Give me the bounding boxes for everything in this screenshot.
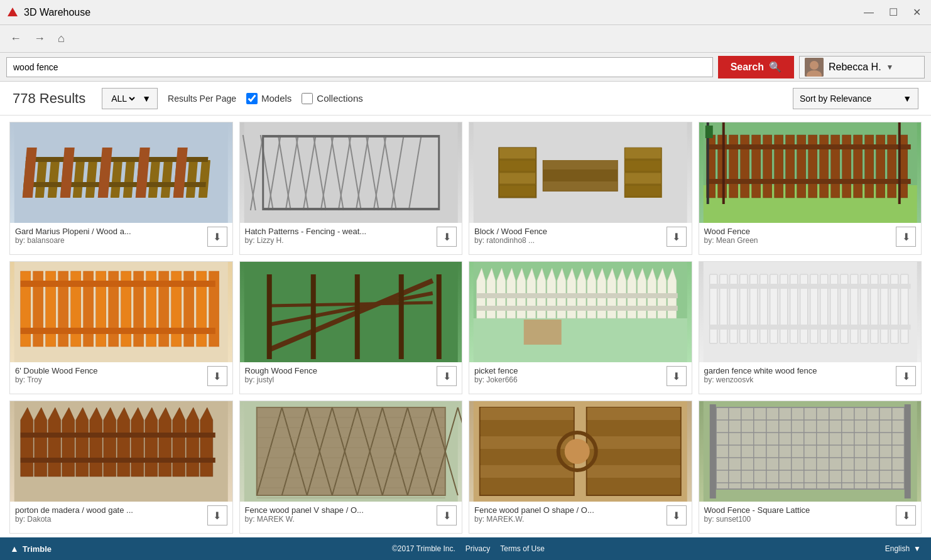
search-input[interactable] bbox=[6, 57, 713, 77]
svg-rect-48 bbox=[263, 135, 438, 137]
model-card[interactable]: Fence wood panel V shape / O... by: MARE… bbox=[239, 401, 463, 534]
svg-rect-225 bbox=[587, 422, 680, 434]
language-dropdown-arrow-icon: ▼ bbox=[913, 544, 921, 553]
sort-label: Sort by Relevance bbox=[800, 94, 898, 104]
card-info: Fence wood panel O shape / O... by: MARE… bbox=[474, 505, 667, 524]
card-author: by: Dakota bbox=[15, 515, 207, 524]
svg-marker-183 bbox=[187, 407, 199, 477]
svg-rect-93 bbox=[705, 126, 712, 138]
search-button[interactable]: Search 🔍 bbox=[718, 56, 794, 78]
forward-button[interactable]: → bbox=[30, 31, 49, 46]
download-button[interactable]: ⬇ bbox=[667, 505, 687, 525]
maximize-button[interactable]: ☐ bbox=[885, 5, 901, 19]
card-title: porton de madera / wood gate ... bbox=[15, 505, 172, 515]
download-button[interactable]: ⬇ bbox=[896, 366, 916, 386]
card-author: by: MAREK.W. bbox=[474, 515, 667, 524]
home-button[interactable]: ⌂ bbox=[54, 31, 68, 46]
model-card[interactable]: Wood Fence - Square Lattice by: sunset10… bbox=[699, 401, 922, 534]
model-card[interactable]: porton de madera / wood gate ... by: Dak… bbox=[9, 401, 233, 534]
download-button[interactable]: ⬇ bbox=[437, 366, 457, 386]
svg-rect-49 bbox=[263, 208, 438, 210]
card-info: garden fence white wood fence by: wenzoo… bbox=[704, 366, 896, 384]
privacy-link[interactable]: Privacy bbox=[466, 544, 490, 553]
card-author: by: balansoare bbox=[15, 236, 207, 245]
model-card[interactable]: picket fence by: Joker666 ⬇ bbox=[469, 261, 692, 394]
card-author: by: Joker666 bbox=[474, 375, 667, 384]
card-image bbox=[469, 262, 692, 362]
sort-dropdown[interactable]: Sort by Relevance ▼ bbox=[793, 88, 918, 109]
brand-name: Trimble bbox=[23, 544, 52, 554]
svg-rect-144 bbox=[477, 293, 678, 298]
card-footer: Hatch Patterns - Fencing - weat... by: L… bbox=[240, 223, 462, 254]
model-card[interactable]: Block / Wood Fence by: ratondinho8 ... ⬇ bbox=[469, 122, 692, 255]
download-icon: ⬇ bbox=[902, 231, 910, 243]
model-card[interactable]: Fence wood panel O shape / O... by: MARE… bbox=[469, 401, 692, 534]
terms-link[interactable]: Terms of Use bbox=[500, 544, 545, 553]
back-button[interactable]: ← bbox=[6, 31, 25, 46]
card-footer: 6' Double Wood Fence by: Troy ⬇ bbox=[10, 362, 232, 394]
svg-rect-169 bbox=[709, 325, 910, 330]
card-author: by: Mean Green bbox=[704, 236, 896, 245]
svg-point-231 bbox=[565, 439, 590, 464]
card-info: Gard Marius Plopeni / Wood a... by: bala… bbox=[15, 227, 207, 245]
svg-marker-0 bbox=[8, 8, 18, 16]
svg-marker-179 bbox=[131, 407, 144, 477]
card-title: Rough Wood Fence bbox=[245, 366, 402, 375]
download-button[interactable]: ⬇ bbox=[896, 505, 916, 525]
card-title: garden fence white wood fence bbox=[704, 366, 861, 375]
models-checkbox[interactable] bbox=[246, 93, 258, 104]
svg-rect-123 bbox=[474, 318, 687, 362]
model-card[interactable]: Wood Fence by: Mean Green ⬇ bbox=[699, 122, 922, 255]
svg-rect-119 bbox=[354, 274, 359, 359]
model-card[interactable]: garden fence white wood fence by: wenzoo… bbox=[699, 261, 922, 394]
svg-rect-257 bbox=[904, 404, 910, 498]
card-footer: Wood Fence by: Mean Green ⬇ bbox=[699, 223, 922, 254]
svg-rect-88 bbox=[706, 144, 910, 149]
card-image bbox=[10, 262, 232, 362]
download-button[interactable]: ⬇ bbox=[437, 227, 457, 247]
filter-all-select[interactable]: ALL bbox=[109, 93, 137, 104]
minimize-button[interactable]: — bbox=[860, 5, 878, 19]
card-image bbox=[240, 262, 462, 362]
svg-rect-226 bbox=[587, 436, 680, 449]
sort-dropdown-arrow-icon: ▼ bbox=[903, 94, 912, 104]
models-label: Models bbox=[261, 93, 291, 104]
svg-rect-117 bbox=[266, 274, 271, 359]
card-info: Hatch Patterns - Fencing - weat... by: L… bbox=[245, 227, 437, 245]
svg-rect-256 bbox=[709, 404, 716, 498]
svg-rect-60 bbox=[543, 160, 618, 170]
card-title: Block / Wood Fence bbox=[474, 227, 631, 236]
svg-rect-222 bbox=[481, 465, 574, 478]
close-button[interactable]: ✕ bbox=[909, 5, 925, 19]
card-info: Wood Fence - Square Lattice by: sunset10… bbox=[704, 505, 896, 524]
model-card[interactable]: Rough Wood Fence by: justyl ⬇ bbox=[239, 261, 463, 394]
card-info: Rough Wood Fence by: justyl bbox=[245, 366, 437, 384]
collections-checkbox[interactable] bbox=[302, 93, 313, 104]
footer-left: ▲ Trimble bbox=[10, 544, 52, 554]
download-button[interactable]: ⬇ bbox=[437, 505, 457, 525]
svg-marker-174 bbox=[62, 407, 75, 477]
user-area[interactable]: Rebecca H. ▼ bbox=[799, 56, 925, 78]
model-card[interactable]: Hatch Patterns - Fencing - weat... by: L… bbox=[239, 122, 463, 255]
download-button[interactable]: ⬇ bbox=[667, 366, 687, 386]
svg-rect-121 bbox=[436, 274, 441, 359]
svg-marker-177 bbox=[104, 407, 116, 477]
download-button[interactable]: ⬇ bbox=[207, 505, 227, 525]
svg-marker-172 bbox=[35, 407, 47, 477]
download-button[interactable]: ⬇ bbox=[207, 227, 227, 247]
download-button[interactable]: ⬇ bbox=[207, 366, 227, 386]
models-checkbox-area: Models bbox=[246, 93, 291, 104]
svg-rect-219 bbox=[481, 422, 574, 434]
titlebar: 3D Warehouse — ☐ ✕ bbox=[0, 0, 931, 25]
svg-marker-176 bbox=[90, 407, 102, 477]
model-card[interactable]: Gard Marius Plopeni / Wood a... by: bala… bbox=[9, 122, 233, 255]
download-icon: ⬇ bbox=[672, 231, 680, 243]
collections-label: Collections bbox=[317, 93, 362, 104]
download-button[interactable]: ⬇ bbox=[896, 227, 916, 247]
card-author: by: ratondinho8 ... bbox=[474, 236, 667, 245]
svg-rect-90 bbox=[722, 122, 724, 204]
model-card[interactable]: 6' Double Wood Fence by: Troy ⬇ bbox=[9, 261, 233, 394]
filter-all-dropdown[interactable]: ALL ▼ bbox=[102, 88, 158, 109]
search-button-label: Search bbox=[731, 62, 764, 73]
download-button[interactable]: ⬇ bbox=[667, 227, 687, 247]
